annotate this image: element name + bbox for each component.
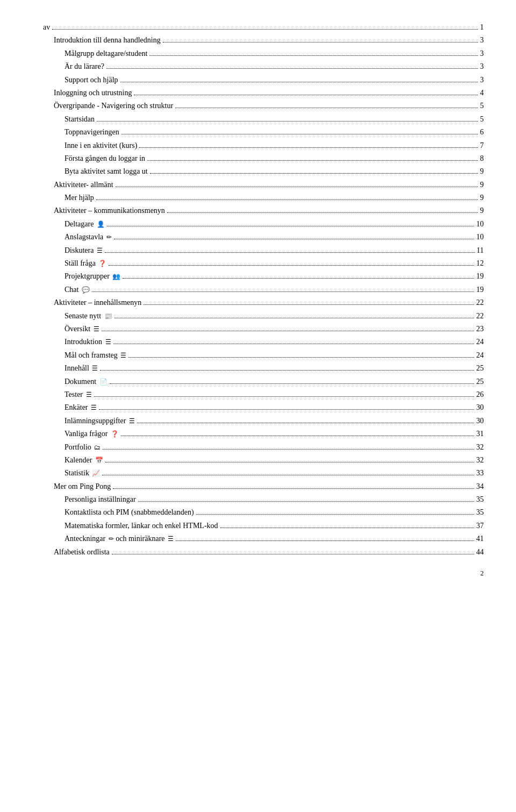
toc-dots — [92, 291, 474, 292]
toc-label: Anteckningar ✏ och miniräknare ☰ — [43, 533, 174, 545]
toc-row: Anteckningar ✏ och miniräknare ☰ 41 — [43, 533, 484, 545]
toc-label: Startsidan — [43, 113, 95, 125]
toc-page: 9 — [480, 192, 484, 204]
toc-row: Vanliga frågor ❓ 31 — [43, 428, 484, 440]
toc-dots — [114, 318, 474, 318]
toc-label: Målgrupp deltagare/student — [43, 48, 147, 60]
toc-label: Översikt ☰ — [43, 323, 99, 335]
toc-dots — [105, 462, 474, 462]
toc-row: Mer om Ping Pong 34 — [43, 481, 484, 493]
toc-row: Senaste nytt 📰 22 — [43, 310, 484, 322]
toc-label: Mål och framsteg ☰ — [43, 350, 126, 361]
toc-page: 22 — [476, 310, 484, 322]
toc-row: Aktiviteter – kommunikationsmenyn 9 — [43, 205, 484, 217]
toc-row: Dokument 📄 25 — [43, 376, 484, 388]
toc-icon: ☰ — [92, 365, 98, 372]
toc-page: 3 — [480, 74, 484, 86]
toc-row: Översikt ☰ 23 — [43, 323, 484, 335]
toc-label: Senaste nytt 📰 — [43, 310, 112, 322]
toc-dots — [147, 160, 478, 161]
toc-row: Anslagstavla ✏ 10 — [43, 231, 484, 243]
toc-row: Aktiviteter – innehållsmenyn 22 — [43, 297, 484, 309]
toc-icon: ✏ — [109, 535, 114, 543]
toc-label: Kalender 📅 — [43, 454, 103, 466]
toc-page: 23 — [476, 323, 484, 335]
toc-label: Introduktion till denna handledning — [43, 34, 161, 46]
toc-dots — [144, 304, 474, 305]
toc-dots — [109, 265, 474, 266]
toc-dots — [102, 331, 474, 331]
toc-dots — [128, 357, 474, 358]
toc-label: Portfolio 🗂 — [43, 441, 101, 453]
toc-icon: 👥 — [112, 273, 120, 280]
toc-label: Matematiska formler, länkar och enkel HT… — [43, 520, 218, 532]
toc-icon: ❓ — [111, 430, 119, 438]
toc-dots — [52, 29, 478, 30]
toc-label: Deltagare 👤 — [43, 218, 105, 230]
toc-page: 41 — [476, 533, 484, 545]
toc-icon: ☰ — [91, 404, 97, 411]
toc-label: Mer hjälp — [43, 192, 94, 204]
toc-dots — [112, 554, 474, 554]
toc-icon: 📈 — [92, 469, 100, 477]
toc-page: 4 — [480, 87, 484, 99]
toc-row: Alfabetisk ordlista 44 — [43, 546, 484, 558]
toc-icon: ☰ — [120, 352, 126, 359]
toc-label: Första gången du loggar in — [43, 153, 145, 165]
toc-page: 19 — [476, 270, 484, 282]
toc-label: Aktiviteter – kommunikationsmenyn — [43, 205, 165, 217]
toc-page: 9 — [480, 166, 484, 177]
toc-dots — [114, 239, 474, 239]
toc-label: Innehåll ☰ — [43, 362, 98, 374]
toc-dots — [134, 95, 478, 95]
toc-label: Statistik 📈 — [43, 467, 100, 479]
toc-label: Introduktion ☰ — [43, 336, 111, 348]
toc-row: Projektgrupper 👥 19 — [43, 270, 484, 282]
toc-label: Inlämningsuppgifter ☰ — [43, 415, 135, 427]
toc-label: Är du lärare? — [43, 61, 104, 73]
toc-row: Första gången du loggar in 8 — [43, 153, 484, 165]
toc-dots — [120, 82, 478, 82]
toc-dots — [102, 475, 474, 475]
toc-dots — [150, 173, 478, 174]
toc-page: 22 — [476, 297, 484, 309]
toc-page: 3 — [480, 61, 484, 73]
toc-label: Enkäter ☰ — [43, 402, 97, 414]
toc-icon: ✏ — [106, 233, 112, 241]
toc-dots — [121, 436, 474, 436]
toc-page: 11 — [477, 245, 484, 257]
toc-dots — [167, 212, 478, 213]
toc-page: 31 — [476, 428, 484, 440]
toc-dots — [97, 121, 478, 122]
toc-icon: 👤 — [97, 220, 105, 228]
toc-page: 8 — [480, 153, 484, 165]
toc-row: Målgrupp deltagare/student 3 — [43, 48, 484, 60]
toc-dots — [103, 449, 474, 450]
toc-row: Matematiska formler, länkar och enkel HT… — [43, 520, 484, 532]
toc-icon: ☰ — [97, 247, 103, 254]
toc-label: Tester ☰ — [43, 389, 92, 401]
toc-dots — [196, 514, 474, 515]
toc-page: 25 — [476, 376, 484, 388]
toc-dots — [175, 108, 478, 108]
toc-container: av 1 Introduktion till denna handledning… — [43, 22, 484, 558]
toc-dots — [105, 252, 475, 253]
toc-page: 3 — [480, 34, 484, 46]
toc-label: Personliga inställningar — [43, 494, 136, 505]
toc-page: 12 — [476, 258, 484, 269]
toc-page: 32 — [476, 454, 484, 466]
toc-row: Toppnavigeringen 6 — [43, 126, 484, 138]
toc-page: 30 — [476, 415, 484, 427]
toc-label: Alfabetisk ordlista — [43, 546, 110, 558]
toc-icon: ❓ — [98, 260, 106, 267]
toc-page: 32 — [476, 441, 484, 453]
toc-row: Inloggning och utrustning 4 — [43, 87, 484, 99]
toc-page: 30 — [476, 402, 484, 414]
toc-icon: ☰ — [168, 535, 174, 543]
toc-dots — [137, 423, 474, 423]
toc-row: Enkäter ☰ 30 — [43, 402, 484, 414]
toc-page: 26 — [476, 389, 484, 401]
toc-page: 10 — [476, 218, 484, 230]
toc-label: Chat 💬 — [43, 284, 90, 296]
toc-dots — [220, 528, 474, 528]
